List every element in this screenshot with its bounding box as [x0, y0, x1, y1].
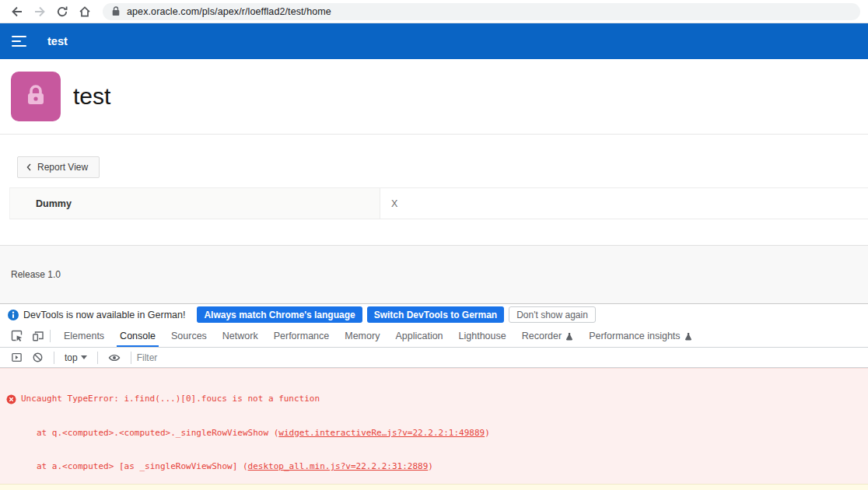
switch-devtools-german-button[interactable]: Switch DevTools to German — [367, 306, 504, 323]
devtools-infobar: DevTools is now available in German! Alw… — [0, 303, 868, 325]
source-link[interactable]: desktop_all.min.js?v=22.2.2:31:2889 — [248, 461, 429, 471]
tab-performance[interactable]: Performance — [266, 325, 338, 347]
tab-recorder[interactable]: Recorder — [514, 325, 581, 347]
flask-icon — [684, 332, 692, 341]
app-header: test — [0, 23, 868, 59]
lock-icon — [23, 82, 49, 111]
divider — [131, 352, 131, 364]
console-output: Uncaught TypeError: i.find(...)[0].foucs… — [0, 368, 868, 484]
report-region: Report View Dummy X — [0, 135, 868, 245]
report-view-label: Report View — [37, 162, 88, 173]
tab-application[interactable]: Application — [387, 325, 450, 347]
address-bar[interactable]: apex.oracle.com/pls/apex/r/loefflad2/tes… — [103, 3, 860, 20]
tab-elements[interactable]: Elements — [56, 325, 112, 347]
inspect-element-icon[interactable] — [11, 330, 23, 342]
app-title: test — [47, 35, 68, 47]
chevron-left-icon — [26, 163, 31, 171]
page-title-block: test — [0, 59, 868, 135]
form-value: X — [380, 188, 868, 219]
clear-console-icon[interactable] — [27, 352, 48, 363]
refresh-icon[interactable] — [51, 2, 72, 22]
tab-performance-insights[interactable]: Performance insights — [581, 325, 699, 347]
menu-icon[interactable] — [12, 36, 26, 47]
browser-toolbar: apex.oracle.com/pls/apex/r/loefflad2/tes… — [0, 0, 868, 23]
info-icon — [8, 310, 19, 320]
chevron-down-icon — [81, 355, 87, 359]
report-view-button[interactable]: Report View — [17, 156, 100, 178]
device-toolbar-icon[interactable] — [32, 330, 44, 342]
devtools-tabbar: Elements Console Sources Network Perform… — [0, 325, 868, 348]
dont-show-again-button[interactable]: Don't show again — [509, 306, 596, 323]
stack-frame: at q.<computed>.<computed>._singleRowVie… — [0, 428, 868, 439]
back-icon[interactable] — [6, 2, 27, 22]
tab-sources[interactable]: Sources — [163, 325, 215, 347]
console-warning-strip — [0, 484, 868, 490]
release-label: Release 1.0 — [11, 269, 61, 280]
always-match-language-button[interactable]: Always match Chrome's language — [197, 306, 362, 323]
error-icon — [6, 394, 16, 404]
context-selector-label: top — [65, 352, 78, 363]
tab-memory[interactable]: Memory — [337, 325, 387, 347]
form-label: Dummy — [10, 188, 380, 219]
console-sidebar-toggle-icon[interactable] — [6, 352, 27, 363]
forward-icon[interactable] — [29, 2, 50, 22]
screen: apex.oracle.com/pls/apex/r/loefflad2/tes… — [0, 0, 868, 490]
live-expression-eye-icon[interactable] — [103, 352, 125, 364]
tab-console[interactable]: Console — [112, 325, 163, 347]
console-toolbar: top — [0, 348, 868, 368]
divider — [97, 352, 98, 364]
stack-frame: at a.<computed> [as _singleRowViewShow] … — [0, 461, 868, 473]
tab-network[interactable]: Network — [215, 325, 266, 347]
home-icon[interactable] — [74, 2, 95, 22]
filter-input[interactable] — [137, 352, 370, 363]
page-title: test — [73, 83, 110, 110]
flask-icon — [565, 332, 573, 341]
divider — [50, 330, 51, 342]
lock-icon[interactable] — [112, 6, 120, 16]
context-selector-dropdown[interactable]: top — [60, 352, 92, 363]
form-row: Dummy X — [9, 187, 868, 219]
infobar-message: DevTools is now available in German! — [23, 310, 185, 320]
error-message-text: Uncaught TypeError: i.find(...)[0].foucs… — [21, 394, 320, 405]
console-error-message: Uncaught TypeError: i.find(...)[0].foucs… — [0, 394, 868, 405]
source-link[interactable]: widget.interactiveRe…js?v=22.2.2:1:49889 — [278, 428, 485, 438]
tab-lighthouse[interactable]: Lighthouse — [451, 325, 514, 347]
divider — [54, 352, 54, 364]
url-text: apex.oracle.com/pls/apex/r/loefflad2/tes… — [127, 6, 331, 17]
app-logo — [11, 72, 61, 121]
page-footer: Release 1.0 — [0, 245, 868, 303]
